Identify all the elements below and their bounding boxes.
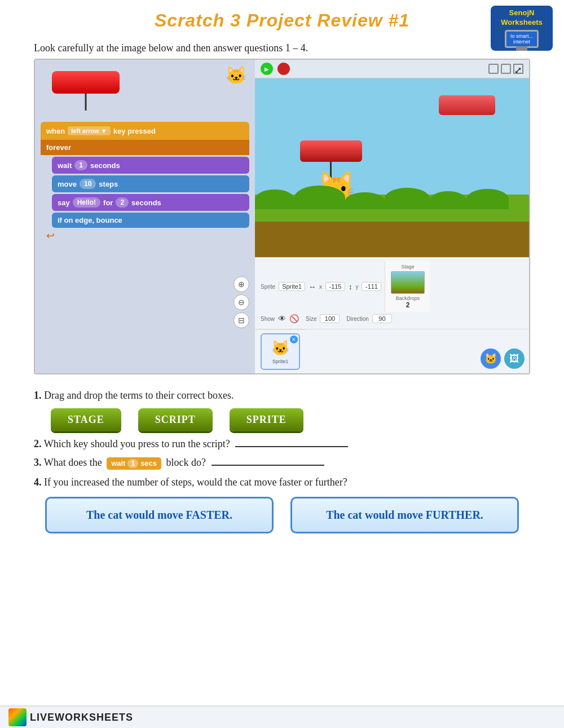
- sprite-delete-btn[interactable]: ✕: [290, 336, 298, 343]
- q2-answer-line: [235, 446, 348, 447]
- sprite-info-bar: Sprite Sprite1 ↔ x -115 ↕ y -111 Stage B…: [255, 257, 529, 329]
- add-sprite-btn[interactable]: 🐱: [481, 348, 501, 369]
- question-3: 3. What does the wait 1 secs block do?: [34, 457, 530, 470]
- show-icon[interactable]: 👁: [278, 314, 286, 323]
- fullscreen-btn[interactable]: ⤢: [513, 64, 523, 74]
- sprite-btn[interactable]: SPRITE: [230, 408, 303, 431]
- grass3: [345, 192, 385, 209]
- green-flag-btn[interactable]: ▶: [261, 63, 273, 75]
- sprite-row-2: Show 👁 🚫 Size 100 Direction 90: [261, 314, 523, 323]
- inner-blocks: wait 1 seconds move 10 steps say Hello! …: [52, 157, 249, 228]
- footer-brand: LIVEWORKSHEETS: [30, 712, 133, 723]
- scratch-code-panel: 🐱 when left arrow ▼ key pressed forever …: [35, 60, 255, 373]
- forever-end: ↩: [46, 230, 249, 242]
- stage-canvas: 🐱: [255, 78, 529, 257]
- sprite-panel-row: ✕ 🐱 Sprite1 🐱 🖼: [255, 329, 529, 373]
- logo-text: SenojN Worksheets: [501, 8, 542, 28]
- faster-btn[interactable]: The cat would move FASTER.: [45, 497, 274, 533]
- sprite-panel: ✕ 🐱 Sprite1: [255, 329, 306, 373]
- say-block: say Hello! for 2 seconds: [52, 194, 249, 211]
- stage-side-panel: Stage Backdrops 2: [385, 261, 430, 312]
- small-stage-btn[interactable]: [488, 64, 499, 74]
- move-block: move 10 steps: [52, 175, 249, 192]
- code-blocks-area: when left arrow ▼ key pressed forever wa…: [41, 122, 249, 242]
- when-block: when left arrow ▼ key pressed: [41, 122, 249, 140]
- question-1: 1. Drag and drop the terms to their corr…: [34, 390, 530, 401]
- grass1: [255, 189, 294, 209]
- q3-answer-line: [211, 465, 324, 466]
- red-hat-block: [52, 71, 120, 94]
- wait-block-inline: wait 1 secs: [107, 457, 161, 470]
- stage-mini-preview: [391, 271, 425, 294]
- zoom-in-btn[interactable]: ⊕: [233, 276, 249, 292]
- footer-logo: LIVEWORKSHEETS: [8, 708, 133, 726]
- stop-btn[interactable]: [277, 63, 290, 75]
- logo-box: SenojN Worksheets to smart... internet: [491, 6, 553, 51]
- logo-monitor: to smart... internet: [505, 30, 539, 48]
- sprite-row-1: Sprite Sprite1 ↔ x -115 ↕ y -111 Stage B…: [261, 261, 523, 312]
- view-controls: ⤢: [488, 64, 523, 74]
- grass4: [385, 188, 430, 209]
- stage-toolbar: ▶ ⤢: [255, 60, 529, 78]
- scratch-logo-icon: 🐱: [226, 65, 246, 85]
- stage-btn[interactable]: STAGE: [51, 408, 121, 431]
- question-4: 4. If you increased the number of steps,…: [34, 476, 530, 488]
- grass-bumps: [255, 181, 529, 209]
- grass2: [294, 186, 345, 209]
- sprite-thumb[interactable]: ✕ 🐱 Sprite1: [261, 333, 300, 370]
- question-2: 2. Which key should you press to run the…: [34, 438, 530, 450]
- bounce-block: if on edge, bounce: [52, 213, 249, 228]
- sprite-cat-icon: 🐱: [271, 339, 289, 357]
- page-title: Scratch 3 Project Review #1: [11, 10, 553, 31]
- zoom-controls: ⊕ ⊖ ⊟: [233, 276, 249, 328]
- hide-icon[interactable]: 🚫: [289, 314, 299, 323]
- stage-red-block-topright: [439, 95, 495, 115]
- add-backdrop-btn[interactable]: 🖼: [504, 348, 525, 369]
- footer: LIVEWORKSHEETS: [0, 705, 564, 728]
- script-btn[interactable]: SCRIPT: [138, 408, 213, 431]
- zoom-fit-btn[interactable]: ⊟: [233, 312, 249, 328]
- zoom-out-btn[interactable]: ⊖: [233, 294, 249, 310]
- answer-buttons-q4: The cat would move FASTER. The cat would…: [45, 497, 519, 533]
- stage-red-block-hanging: [300, 140, 362, 162]
- grass5: [430, 191, 466, 209]
- further-btn[interactable]: The cat would move FURTHER.: [290, 497, 519, 533]
- scratch-stage-panel: ▶ ⤢ 🐱: [255, 60, 529, 373]
- scratch-screenshot: 🐱 when left arrow ▼ key pressed forever …: [34, 59, 530, 374]
- instruction-text: Look carefully at the image below and th…: [0, 37, 564, 59]
- header: Scratch 3 Project Review #1 SenojN Works…: [0, 0, 564, 37]
- grass6: [466, 189, 509, 209]
- wait-block: wait 1 seconds: [52, 157, 249, 174]
- fab-buttons: 🐱 🖼: [476, 344, 529, 373]
- large-stage-btn[interactable]: [501, 64, 511, 74]
- forever-block: forever: [41, 140, 249, 155]
- drag-drop-area: STAGE SCRIPT SPRITE: [51, 408, 530, 431]
- questions-section: 1. Drag and drop the terms to their corr…: [0, 374, 564, 550]
- liveworksheets-icon: [8, 708, 27, 726]
